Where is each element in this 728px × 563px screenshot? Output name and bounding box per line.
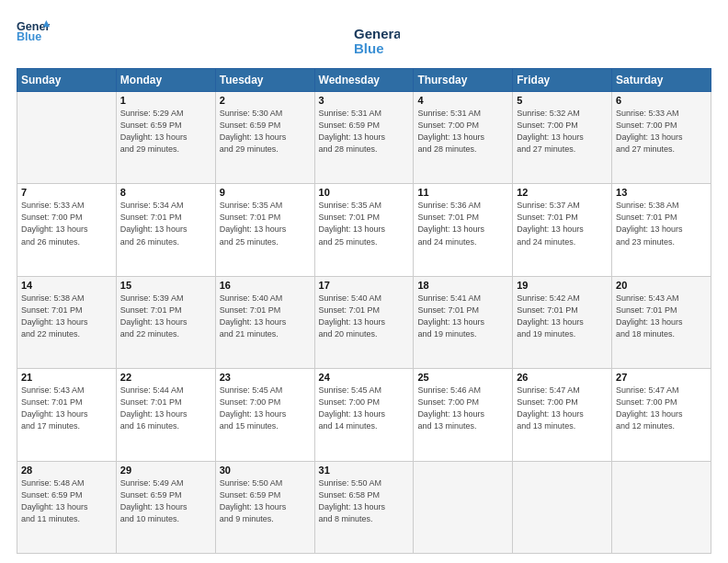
calendar-cell — [513, 461, 612, 553]
day-number: 14 — [21, 280, 112, 291]
day-number: 21 — [21, 372, 112, 383]
day-info: Sunrise: 5:46 AM Sunset: 7:00 PM Dayligh… — [417, 385, 508, 432]
calendar-cell: 15Sunrise: 5:39 AM Sunset: 7:01 PM Dayli… — [116, 276, 215, 368]
calendar-cell: 30Sunrise: 5:50 AM Sunset: 6:59 PM Dayli… — [215, 461, 314, 553]
calendar-cell: 3Sunrise: 5:31 AM Sunset: 6:59 PM Daylig… — [314, 92, 414, 184]
calendar-cell: 17Sunrise: 5:40 AM Sunset: 7:01 PM Dayli… — [314, 276, 414, 368]
calendar-cell: 5Sunrise: 5:32 AM Sunset: 7:00 PM Daylig… — [513, 92, 612, 184]
day-info: Sunrise: 5:41 AM Sunset: 7:01 PM Dayligh… — [417, 293, 508, 340]
day-info: Sunrise: 5:33 AM Sunset: 7:00 PM Dayligh… — [616, 108, 707, 155]
day-info: Sunrise: 5:39 AM Sunset: 7:01 PM Dayligh… — [120, 293, 211, 340]
calendar-cell: 27Sunrise: 5:47 AM Sunset: 7:00 PM Dayli… — [612, 369, 711, 461]
calendar-cell: 2Sunrise: 5:30 AM Sunset: 6:59 PM Daylig… — [215, 92, 314, 184]
day-info: Sunrise: 5:33 AM Sunset: 7:00 PM Dayligh… — [21, 200, 112, 247]
calendar-cell: 1Sunrise: 5:29 AM Sunset: 6:59 PM Daylig… — [116, 92, 215, 184]
day-number: 18 — [417, 280, 508, 291]
weekday-header-monday: Monday — [116, 69, 215, 92]
day-info: Sunrise: 5:48 AM Sunset: 6:59 PM Dayligh… — [21, 477, 112, 525]
calendar-cell: 26Sunrise: 5:47 AM Sunset: 7:00 PM Dayli… — [513, 369, 612, 461]
day-info: Sunrise: 5:37 AM Sunset: 7:01 PM Dayligh… — [517, 200, 608, 247]
calendar-cell: 10Sunrise: 5:35 AM Sunset: 7:01 PM Dayli… — [314, 184, 414, 276]
day-info: Sunrise: 5:35 AM Sunset: 7:01 PM Dayligh… — [319, 200, 410, 247]
logo: General Blue — [17, 17, 51, 42]
day-number: 15 — [120, 280, 211, 291]
page: General Blue General Blue SundayMondayTu… — [0, 0, 728, 563]
calendar-cell: 9Sunrise: 5:35 AM Sunset: 7:01 PM Daylig… — [215, 184, 314, 276]
day-info: Sunrise: 5:45 AM Sunset: 7:00 PM Dayligh… — [319, 385, 410, 432]
day-info: Sunrise: 5:30 AM Sunset: 6:59 PM Dayligh… — [220, 108, 311, 155]
day-info: Sunrise: 5:38 AM Sunset: 7:01 PM Dayligh… — [21, 293, 112, 340]
calendar-cell: 8Sunrise: 5:34 AM Sunset: 7:01 PM Daylig… — [116, 184, 215, 276]
day-info: Sunrise: 5:36 AM Sunset: 7:01 PM Dayligh… — [417, 200, 508, 247]
day-info: Sunrise: 5:50 AM Sunset: 6:58 PM Dayligh… — [319, 477, 410, 525]
day-number: 5 — [517, 95, 608, 106]
day-info: Sunrise: 5:38 AM Sunset: 7:01 PM Dayligh… — [616, 200, 707, 247]
day-info: Sunrise: 5:45 AM Sunset: 7:00 PM Dayligh… — [220, 385, 311, 432]
week-row-5: 28Sunrise: 5:48 AM Sunset: 6:59 PM Dayli… — [17, 461, 711, 553]
weekday-header-thursday: Thursday — [414, 69, 513, 92]
calendar-cell: 18Sunrise: 5:41 AM Sunset: 7:01 PM Dayli… — [414, 276, 513, 368]
calendar-cell: 24Sunrise: 5:45 AM Sunset: 7:00 PM Dayli… — [314, 369, 414, 461]
calendar-cell: 6Sunrise: 5:33 AM Sunset: 7:00 PM Daylig… — [612, 92, 711, 184]
calendar-cell: 21Sunrise: 5:43 AM Sunset: 7:01 PM Dayli… — [17, 369, 117, 461]
day-number: 29 — [120, 465, 211, 476]
day-number: 22 — [120, 372, 211, 383]
day-number: 19 — [517, 280, 608, 291]
day-number: 9 — [220, 187, 311, 198]
calendar-cell — [17, 92, 117, 184]
day-number: 23 — [220, 372, 311, 383]
weekday-header-tuesday: Tuesday — [215, 69, 314, 92]
calendar-cell: 13Sunrise: 5:38 AM Sunset: 7:01 PM Dayli… — [612, 184, 711, 276]
day-number: 27 — [616, 372, 707, 383]
logo-icon: General Blue — [17, 17, 50, 42]
weekday-header-sunday: Sunday — [17, 69, 117, 92]
day-info: Sunrise: 5:42 AM Sunset: 7:01 PM Dayligh… — [517, 293, 608, 340]
day-info: Sunrise: 5:35 AM Sunset: 7:01 PM Dayligh… — [220, 200, 311, 247]
day-info: Sunrise: 5:44 AM Sunset: 7:01 PM Dayligh… — [120, 385, 211, 432]
weekday-header-row: SundayMondayTuesdayWednesdayThursdayFrid… — [17, 69, 711, 92]
calendar-cell: 31Sunrise: 5:50 AM Sunset: 6:58 PM Dayli… — [314, 461, 414, 553]
day-number: 3 — [319, 95, 410, 106]
day-info: Sunrise: 5:29 AM Sunset: 6:59 PM Dayligh… — [120, 108, 211, 155]
week-row-2: 7Sunrise: 5:33 AM Sunset: 7:00 PM Daylig… — [17, 184, 711, 276]
calendar-cell: 23Sunrise: 5:45 AM Sunset: 7:00 PM Dayli… — [215, 369, 314, 461]
calendar-cell: 14Sunrise: 5:38 AM Sunset: 7:01 PM Dayli… — [17, 276, 117, 368]
day-number: 10 — [319, 187, 410, 198]
calendar-cell: 7Sunrise: 5:33 AM Sunset: 7:00 PM Daylig… — [17, 184, 117, 276]
day-info: Sunrise: 5:50 AM Sunset: 6:59 PM Dayligh… — [220, 477, 311, 525]
calendar-table: SundayMondayTuesdayWednesdayThursdayFrid… — [17, 68, 711, 554]
day-info: Sunrise: 5:34 AM Sunset: 7:01 PM Dayligh… — [120, 200, 211, 247]
week-row-1: 1Sunrise: 5:29 AM Sunset: 6:59 PM Daylig… — [17, 92, 711, 184]
day-info: Sunrise: 5:47 AM Sunset: 7:00 PM Dayligh… — [517, 385, 608, 432]
svg-text:General: General — [354, 26, 400, 41]
day-number: 12 — [517, 187, 608, 198]
day-info: Sunrise: 5:40 AM Sunset: 7:01 PM Dayligh… — [319, 293, 410, 340]
calendar-cell: 29Sunrise: 5:49 AM Sunset: 6:59 PM Dayli… — [116, 461, 215, 553]
calendar-cell: 19Sunrise: 5:42 AM Sunset: 7:01 PM Dayli… — [513, 276, 612, 368]
weekday-header-wednesday: Wednesday — [314, 69, 414, 92]
day-info: Sunrise: 5:49 AM Sunset: 6:59 PM Dayligh… — [120, 477, 211, 525]
day-info: Sunrise: 5:40 AM Sunset: 7:01 PM Dayligh… — [220, 293, 311, 340]
day-number: 1 — [120, 95, 211, 106]
day-info: Sunrise: 5:31 AM Sunset: 6:59 PM Dayligh… — [319, 108, 410, 155]
day-number: 4 — [417, 95, 508, 106]
day-number: 30 — [220, 465, 311, 476]
day-number: 31 — [319, 465, 410, 476]
day-number: 13 — [616, 187, 707, 198]
day-number: 8 — [120, 187, 211, 198]
week-row-4: 21Sunrise: 5:43 AM Sunset: 7:01 PM Dayli… — [17, 369, 711, 461]
day-number: 24 — [319, 372, 410, 383]
weekday-header-saturday: Saturday — [612, 69, 711, 92]
day-info: Sunrise: 5:31 AM Sunset: 7:00 PM Dayligh… — [417, 108, 508, 155]
logo-bird-icon: General Blue — [354, 22, 400, 57]
day-number: 2 — [220, 95, 311, 106]
day-number: 6 — [616, 95, 707, 106]
day-number: 11 — [417, 187, 508, 198]
day-number: 17 — [319, 280, 410, 291]
header: General Blue General Blue — [17, 17, 711, 61]
svg-text:Blue: Blue — [17, 30, 41, 42]
calendar-cell: 11Sunrise: 5:36 AM Sunset: 7:01 PM Dayli… — [414, 184, 513, 276]
calendar-cell: 12Sunrise: 5:37 AM Sunset: 7:01 PM Dayli… — [513, 184, 612, 276]
weekday-header-friday: Friday — [513, 69, 612, 92]
calendar-cell: 28Sunrise: 5:48 AM Sunset: 6:59 PM Dayli… — [17, 461, 117, 553]
